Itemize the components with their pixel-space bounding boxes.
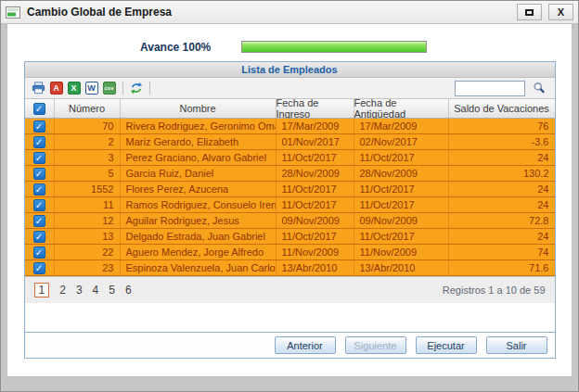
- window-title: Cambio Global de Empresa: [27, 6, 510, 19]
- row-checkbox[interactable]: ✓: [33, 262, 45, 274]
- cell-antiguedad: 09/Nov/2009: [354, 213, 449, 228]
- cell-antiguedad: 28/Nov/2009: [354, 166, 449, 181]
- table-row[interactable]: ✓ 1552 Flores Perez, Azucena 11/Oct/2017…: [25, 182, 555, 197]
- select-all-checkbox[interactable]: ✓: [33, 103, 45, 115]
- page-button-6[interactable]: 6: [125, 284, 132, 297]
- cell-antiguedad: 17/Mar/2009: [354, 119, 449, 133]
- cell-saldo: 74: [449, 245, 555, 259]
- cell-antiguedad: 13/Abr/2010: [354, 260, 449, 275]
- anterior-button[interactable]: Anterior: [275, 336, 336, 354]
- cell-numero: 70: [55, 119, 121, 133]
- cell-ingreso: 17/Mar/2009: [277, 119, 354, 133]
- column-header-antiguedad[interactable]: Fecha de Antigüedad: [354, 99, 449, 118]
- page-button-3[interactable]: 3: [76, 284, 83, 297]
- cell-antiguedad: 02/Nov/2017: [354, 134, 449, 149]
- page-button-2[interactable]: 2: [59, 284, 66, 297]
- cell-antiguedad: 11/Nov/2009: [354, 245, 449, 259]
- cell-nombre: Aguilar Rodriguez, Jesus: [121, 213, 277, 228]
- select-all-cell: ✓: [25, 99, 55, 118]
- export-csv-icon[interactable]: csv: [103, 82, 116, 95]
- cell-saldo: 130.2: [449, 166, 555, 181]
- cell-numero: 12: [55, 213, 121, 228]
- table-row[interactable]: ✓ 12 Aguilar Rodriguez, Jesus 09/Nov/200…: [25, 213, 555, 229]
- cell-nombre: Delgado Estrada, Juan Gabriel: [121, 229, 277, 244]
- maximize-button[interactable]: [517, 4, 542, 20]
- table-row[interactable]: ✓ 23 Espinoza Valenzuela, Juan Carlos 13…: [25, 260, 555, 276]
- cell-numero: 2: [55, 134, 121, 149]
- cell-nombre: Ramos Rodriguez, Consuelo Irene: [121, 197, 277, 212]
- page-button-4[interactable]: 4: [93, 284, 99, 297]
- maximize-icon: [525, 9, 534, 16]
- table-row[interactable]: ✓ 2 Mariz Gerardo, Elizabeth 01/Nov/2017…: [25, 134, 555, 150]
- table-row[interactable]: ✓ 5 Garcia Ruiz, Daniel 28/Nov/2009 28/N…: [25, 166, 555, 182]
- dialog-content: Avance 100% Lista de Empleados A X W csv: [6, 24, 573, 377]
- search-input[interactable]: [455, 81, 525, 96]
- export-excel-icon[interactable]: X: [68, 82, 81, 95]
- records-summary: Registros 1 a 10 de 59: [443, 285, 546, 296]
- progress-bar: [241, 41, 427, 53]
- column-header-nombre[interactable]: Nombre: [121, 99, 277, 118]
- cell-numero: 11: [55, 197, 121, 212]
- table-header: ✓ Número Nombre Fecha de Ingreso Fecha d…: [25, 99, 555, 119]
- cell-ingreso: 11/Oct/2017: [277, 197, 354, 212]
- cell-ingreso: 09/Nov/2009: [277, 213, 354, 228]
- cell-nombre: Aguero Mendez, Jorge Alfredo: [121, 245, 277, 259]
- table-row[interactable]: ✓ 22 Aguero Mendez, Jorge Alfredo 11/Nov…: [25, 245, 555, 260]
- button-bar: Anterior Siguiente Ejecutar Salir: [25, 332, 555, 358]
- cell-ingreso: 11/Oct/2017: [277, 229, 354, 244]
- cell-numero: 3: [55, 150, 121, 165]
- close-icon: X: [558, 7, 564, 18]
- cell-antiguedad: 11/Oct/2017: [354, 229, 449, 244]
- page-button-5[interactable]: 5: [109, 284, 115, 297]
- panel-filler: [25, 303, 555, 332]
- row-checkbox[interactable]: ✓: [33, 199, 45, 211]
- cell-saldo: 24: [449, 229, 555, 244]
- cell-nombre: Perez Graciano, Alvaro Gabriel: [121, 150, 277, 165]
- column-header-ingreso[interactable]: Fecha de Ingreso: [277, 99, 354, 118]
- export-word-icon[interactable]: W: [85, 82, 98, 95]
- table-row[interactable]: ✓ 11 Ramos Rodriguez, Consuelo Irene 11/…: [25, 197, 555, 213]
- ejecutar-button[interactable]: Ejecutar: [416, 336, 477, 354]
- table-row[interactable]: ✓ 70 Rivera Rodriguez, Geronimo Omar 17/…: [25, 119, 555, 134]
- progress-row: Avance 100%: [7, 36, 572, 57]
- cell-saldo: 76: [449, 119, 555, 133]
- print-icon[interactable]: [32, 82, 45, 95]
- table-row[interactable]: ✓ 13 Delgado Estrada, Juan Gabriel 11/Oc…: [25, 229, 555, 245]
- cell-nombre: Rivera Rodriguez, Geronimo Omar: [121, 119, 277, 133]
- row-checkbox[interactable]: ✓: [33, 152, 45, 164]
- row-checkbox[interactable]: ✓: [33, 215, 45, 227]
- close-button[interactable]: X: [548, 4, 573, 20]
- row-checkbox[interactable]: ✓: [33, 136, 45, 148]
- salir-button[interactable]: Salir: [486, 336, 547, 354]
- table-body: ✓ 70 Rivera Rodriguez, Geronimo Omar 17/…: [25, 119, 555, 276]
- table-row[interactable]: ✓ 3 Perez Graciano, Alvaro Gabriel 11/Oc…: [25, 150, 555, 166]
- siguiente-button[interactable]: Siguiente: [345, 336, 406, 354]
- row-checkbox[interactable]: ✓: [33, 231, 45, 243]
- column-header-saldo[interactable]: Saldo de Vacaciones: [449, 99, 555, 118]
- row-checkbox[interactable]: ✓: [33, 183, 45, 196]
- export-pdf-icon[interactable]: A: [50, 82, 63, 95]
- dialog-window: Cambio Global de Empresa X Avance 100% L…: [0, 0, 579, 392]
- refresh-icon[interactable]: [130, 82, 143, 95]
- page-button-1[interactable]: 1: [34, 283, 50, 297]
- row-checkbox[interactable]: ✓: [33, 247, 45, 259]
- cell-saldo: 24: [449, 197, 555, 212]
- cell-numero: 23: [55, 260, 121, 275]
- search-icon[interactable]: [530, 80, 548, 96]
- cell-nombre: Flores Perez, Azucena: [121, 182, 277, 196]
- grid-toolbar: A X W csv: [25, 78, 555, 99]
- cell-numero: 22: [55, 245, 121, 259]
- cell-nombre: Mariz Gerardo, Elizabeth: [121, 134, 277, 149]
- cell-ingreso: 11/Nov/2009: [277, 245, 354, 259]
- cell-antiguedad: 11/Oct/2017: [354, 197, 449, 212]
- cell-numero: 1552: [55, 182, 121, 196]
- cell-saldo: 24: [449, 182, 555, 196]
- cell-ingreso: 11/Oct/2017: [277, 150, 354, 165]
- cell-nombre: Espinoza Valenzuela, Juan Carlos: [121, 260, 277, 275]
- cell-antiguedad: 11/Oct/2017: [354, 150, 449, 165]
- row-checkbox[interactable]: ✓: [33, 168, 45, 180]
- column-header-numero[interactable]: Número: [55, 99, 121, 118]
- row-checkbox[interactable]: ✓: [33, 120, 45, 133]
- cell-ingreso: 11/Oct/2017: [277, 182, 354, 196]
- panel-title: Lista de Empleados: [25, 62, 555, 78]
